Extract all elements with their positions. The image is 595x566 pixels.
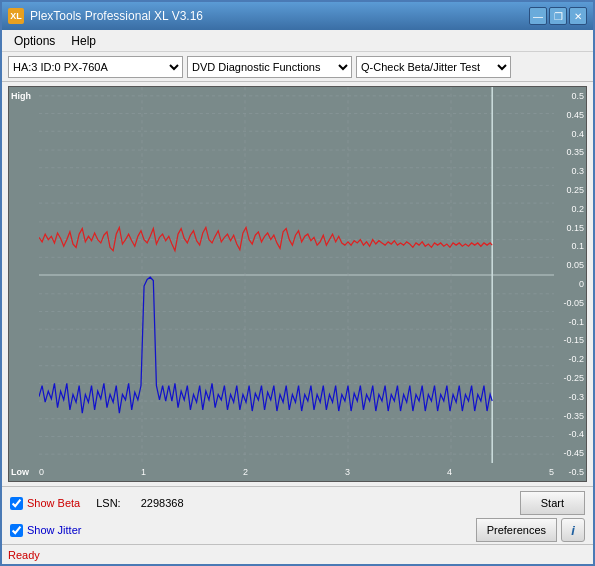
bottom-right-buttons: Preferences i bbox=[476, 518, 585, 542]
title-bar: XL PlexTools Professional XL V3.16 — ❐ ✕ bbox=[2, 2, 593, 30]
minimize-button[interactable]: — bbox=[529, 7, 547, 25]
y-right-0.15: 0.15 bbox=[556, 223, 584, 233]
y-right-neg0.1: -0.1 bbox=[556, 317, 584, 327]
bottom-row2: Show Jitter Preferences i bbox=[10, 518, 585, 542]
title-bar-left: XL PlexTools Professional XL V3.16 bbox=[8, 8, 203, 24]
y-right-neg0.5: -0.5 bbox=[556, 467, 584, 477]
y-right-0.35: 0.35 bbox=[556, 147, 584, 157]
menu-bar: Options Help bbox=[2, 30, 593, 52]
x-label-4: 4 bbox=[447, 467, 452, 477]
y-right-neg0.2: -0.2 bbox=[556, 354, 584, 364]
y-right-neg0.25: -0.25 bbox=[556, 373, 584, 383]
preferences-button[interactable]: Preferences bbox=[476, 518, 557, 542]
status-bar: Ready bbox=[2, 544, 593, 564]
show-beta-label[interactable]: Show Beta bbox=[10, 497, 80, 510]
close-button[interactable]: ✕ bbox=[569, 7, 587, 25]
toolbar: HA:3 ID:0 PX-760A DVD Diagnostic Functio… bbox=[2, 52, 593, 82]
bottom-row1: Show Beta LSN: 2298368 Start bbox=[10, 491, 585, 515]
bottom-bar: Show Beta LSN: 2298368 Start Show Jitter… bbox=[2, 486, 593, 544]
show-jitter-label[interactable]: Show Jitter bbox=[10, 524, 81, 537]
y-right-neg0.35: -0.35 bbox=[556, 411, 584, 421]
y-right-0: 0 bbox=[556, 279, 584, 289]
y-right-neg0.05: -0.05 bbox=[556, 298, 584, 308]
x-label-5: 5 bbox=[549, 467, 554, 477]
beta-label-text: Show Beta bbox=[27, 497, 80, 509]
status-text: Ready bbox=[8, 549, 40, 561]
test-select[interactable]: Q-Check Beta/Jitter Test bbox=[356, 56, 511, 78]
window-title: PlexTools Professional XL V3.16 bbox=[30, 9, 203, 23]
x-label-0: 0 bbox=[39, 467, 44, 477]
drive-select[interactable]: HA:3 ID:0 PX-760A bbox=[8, 56, 183, 78]
function-select[interactable]: DVD Diagnostic Functions bbox=[187, 56, 352, 78]
chart-svg bbox=[39, 87, 554, 463]
x-label-1: 1 bbox=[141, 467, 146, 477]
lsn-label-text: LSN: bbox=[96, 497, 120, 509]
menu-options[interactable]: Options bbox=[6, 32, 63, 50]
y-right-0.2: 0.2 bbox=[556, 204, 584, 214]
y-right-0.5: 0.5 bbox=[556, 91, 584, 101]
y-right-0.4: 0.4 bbox=[556, 129, 584, 139]
y-label-high: High bbox=[11, 91, 37, 101]
show-beta-checkbox[interactable] bbox=[10, 497, 23, 510]
main-window: XL PlexTools Professional XL V3.16 — ❐ ✕… bbox=[0, 0, 595, 566]
x-label-3: 3 bbox=[345, 467, 350, 477]
chart-svg-container bbox=[39, 87, 554, 463]
y-right-0.05: 0.05 bbox=[556, 260, 584, 270]
y-right-0.25: 0.25 bbox=[556, 185, 584, 195]
menu-help[interactable]: Help bbox=[63, 32, 104, 50]
x-label-2: 2 bbox=[243, 467, 248, 477]
info-button[interactable]: i bbox=[561, 518, 585, 542]
lsn-value-text: 2298368 bbox=[141, 497, 184, 509]
y-axis-left: High Low bbox=[9, 87, 39, 481]
y-right-neg0.45: -0.45 bbox=[556, 448, 584, 458]
y-right-neg0.4: -0.4 bbox=[556, 429, 584, 439]
y-axis-right: 0.5 0.45 0.4 0.35 0.3 0.25 0.2 0.15 0.1 … bbox=[554, 87, 586, 481]
y-right-0.3: 0.3 bbox=[556, 166, 584, 176]
y-label-low: Low bbox=[11, 467, 37, 477]
chart-area: High Low 0.5 0.45 0.4 0.35 0.3 0.25 0.2 … bbox=[8, 86, 587, 482]
y-right-0.45: 0.45 bbox=[556, 110, 584, 120]
restore-button[interactable]: ❐ bbox=[549, 7, 567, 25]
jitter-label-text: Show Jitter bbox=[27, 524, 81, 536]
y-right-neg0.15: -0.15 bbox=[556, 335, 584, 345]
y-right-0.1: 0.1 bbox=[556, 241, 584, 251]
show-jitter-checkbox[interactable] bbox=[10, 524, 23, 537]
start-button[interactable]: Start bbox=[520, 491, 585, 515]
y-right-neg0.3: -0.3 bbox=[556, 392, 584, 402]
app-icon: XL bbox=[8, 8, 24, 24]
title-buttons: — ❐ ✕ bbox=[529, 7, 587, 25]
x-axis: 0 1 2 3 4 5 bbox=[39, 463, 554, 481]
